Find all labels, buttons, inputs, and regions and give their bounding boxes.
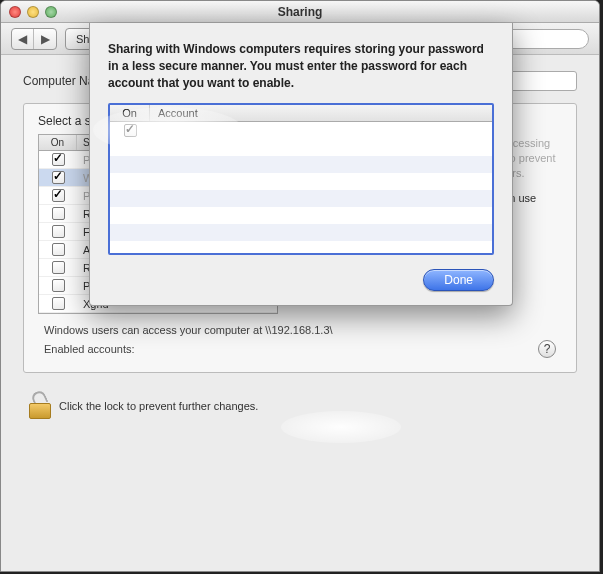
accounts-sheet: Sharing with Windows computers requires … [89, 23, 513, 306]
lock-text: Click the lock to prevent further change… [59, 400, 258, 412]
window-title: Sharing [1, 5, 599, 19]
service-checkbox[interactable] [52, 225, 65, 238]
service-checkbox[interactable] [52, 153, 65, 166]
account-checkbox[interactable] [124, 124, 137, 137]
service-checkbox[interactable] [52, 171, 65, 184]
back-button[interactable]: ◀ [12, 29, 34, 49]
titlebar: Sharing [1, 1, 599, 23]
help-button[interactable]: ? [538, 340, 556, 358]
account-row [110, 224, 492, 241]
forward-button[interactable]: ▶ [34, 29, 56, 49]
accounts-table-header: On Account [110, 105, 492, 122]
acct-col-account: Account [150, 105, 492, 121]
account-row [110, 241, 492, 255]
lock-row: Click the lock to prevent further change… [29, 393, 571, 419]
done-button[interactable]: Done [423, 269, 494, 291]
col-on: On [39, 135, 77, 150]
account-row [110, 190, 492, 207]
sharing-prefpane-window: Sharing ◀ ▶ Show All Computer Name: Sele… [0, 0, 600, 572]
account-row [110, 156, 492, 173]
account-row[interactable] [110, 122, 492, 139]
acct-col-on: On [110, 105, 150, 121]
lock-icon[interactable] [29, 393, 51, 419]
accounts-table[interactable]: On Account [108, 103, 494, 255]
service-checkbox[interactable] [52, 279, 65, 292]
nav-buttons: ◀ ▶ [11, 28, 57, 50]
account-row [110, 207, 492, 224]
enabled-accounts-label: Enabled accounts: [44, 343, 135, 355]
service-checkbox[interactable] [52, 207, 65, 220]
account-row [110, 139, 492, 156]
service-checkbox[interactable] [52, 297, 65, 310]
service-checkbox[interactable] [52, 189, 65, 202]
service-checkbox[interactable] [52, 261, 65, 274]
account-row [110, 173, 492, 190]
access-address-note: Windows users can access your computer a… [44, 324, 556, 336]
sheet-message: Sharing with Windows computers requires … [108, 41, 494, 91]
service-checkbox[interactable] [52, 243, 65, 256]
